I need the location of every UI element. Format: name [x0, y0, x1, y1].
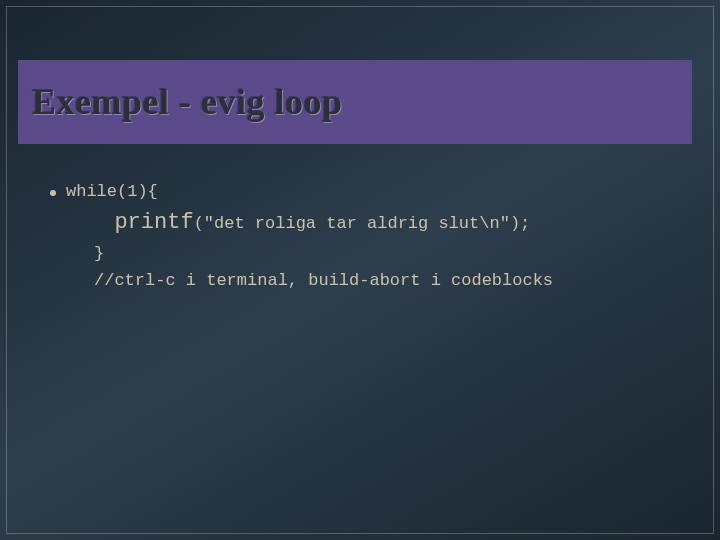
code-while-line: while(1){: [66, 180, 158, 205]
code-printf-args: ("det roliga tar aldrig slut\n");: [194, 214, 531, 233]
bullet-row: while(1){: [50, 180, 680, 205]
code-printf-keyword: printf: [114, 210, 193, 235]
code-block: printf("det roliga tar aldrig slut\n"); …: [94, 205, 680, 295]
title-bar: Exempel - evig loop: [18, 60, 692, 144]
code-comment: //ctrl-c i terminal, build-abort i codeb…: [94, 271, 553, 290]
slide-title: Exempel - evig loop: [32, 81, 342, 123]
bullet-icon: [50, 190, 56, 196]
code-close-brace: }: [94, 244, 104, 263]
slide-content: while(1){ printf("det roliga tar aldrig …: [50, 180, 680, 294]
